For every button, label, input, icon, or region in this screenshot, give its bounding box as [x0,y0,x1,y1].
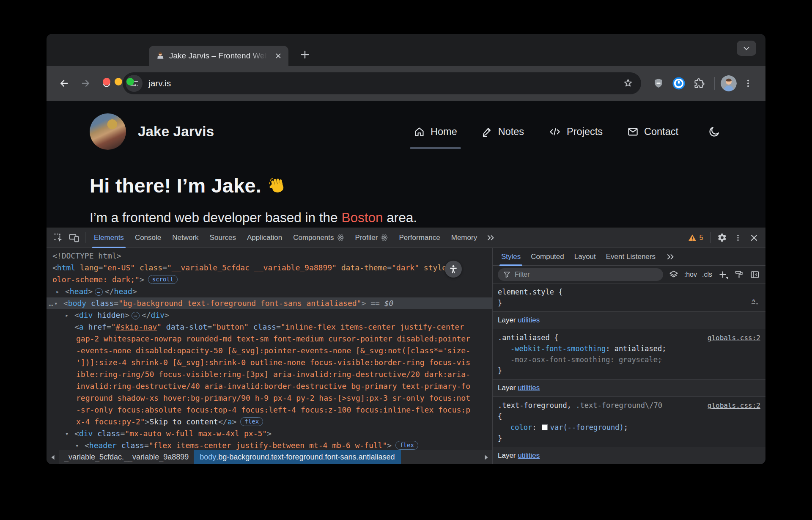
dom-tree-line[interactable]: <!DOCTYPE html> [47,250,492,262]
devtools-tab-performance[interactable]: Performance [393,228,445,248]
css-declaration[interactable]: -webkit-font-smoothing: antialiased; [498,343,760,354]
expand-triangle-icon[interactable]: ▸ [56,286,59,297]
layer-link[interactable]: utilities [518,384,540,392]
plus-new-rule-icon[interactable] [717,269,728,280]
close-window-button[interactable] [103,78,110,85]
accessibility-person-icon[interactable] [445,261,462,278]
styles-rules[interactable]: Aelement.style {}Layer utilitiesglobals.… [493,283,765,464]
puzzle-extensions-icon[interactable] [690,74,708,92]
devtools-tab-sources[interactable]: Sources [204,228,241,248]
nav-item-home[interactable]: Home [414,126,457,138]
css-declaration[interactable]: } [498,433,760,444]
dom-tree-line[interactable]: <html lang="en-US" class="__variable_5cf… [47,262,492,274]
nav-item-contact[interactable]: Contact [627,126,678,138]
scroll-badge[interactable]: scroll [148,275,178,284]
hov-toggle[interactable]: :hov [684,271,697,278]
dom-tree-line[interactable]: ▸<div hidden>…</div> [47,309,492,321]
bookmark-star-icon[interactable] [621,76,635,91]
new-tab-button[interactable] [298,47,312,62]
flex-badge[interactable]: flex [395,441,418,450]
devtools-tab-console[interactable]: Console [129,228,167,248]
nav-item-notes[interactable]: Notes [482,126,524,138]
css-declaration[interactable]: -moz-osx-font-smoothing: grayscale; [498,354,760,365]
stylesheet-link[interactable]: globals.css:2 [708,333,760,344]
dom-tree[interactable]: <!DOCTYPE html><html lang="en-US" class=… [47,248,492,450]
browser-tab[interactable]: Jake Jarvis – Frontend Web D [149,46,288,66]
css-rule[interactable]: globals.css:2.antialiased {-webkit-font-… [493,329,765,380]
close-icon[interactable] [746,231,762,245]
collapsed-content-badge[interactable]: … [95,288,103,296]
layers-icon[interactable] [668,269,679,280]
expand-triangle-icon[interactable]: ▸ [65,309,69,321]
collapse-triangle-icon[interactable]: ▾ [75,440,79,450]
dom-tree-line[interactable]: x-4 focus:py-2">Skip to content</a>flex [47,416,492,428]
collapse-triangle-icon[interactable]: ▾ [65,428,69,440]
more-tabs-icon[interactable] [661,248,680,266]
shield-adblock-icon[interactable] [650,74,667,92]
kebab-menu-icon[interactable] [739,74,757,92]
color-swatch[interactable] [542,424,548,430]
css-declaration[interactable]: } [498,297,760,308]
avatar[interactable] [90,113,126,150]
url-text[interactable]: jarv.is [148,78,615,88]
dom-tree-line[interactable]: ▾…<body class="bg-background text-foregr… [47,297,492,309]
profile-avatar[interactable] [721,75,737,91]
zoom-window-button[interactable] [126,78,134,85]
font-editor-icon[interactable]: A [749,297,760,309]
inspect-element-icon[interactable] [50,231,66,245]
css-rule[interactable]: Aelement.style {} [493,283,765,312]
paint-roller-icon[interactable] [733,269,744,280]
site-name[interactable]: Jake Jarvis [138,124,214,140]
devtools-tab-components[interactable]: Components [288,228,349,248]
device-toolbar-icon[interactable] [66,231,82,245]
flex-badge[interactable]: flex [240,417,263,426]
devtools-tab-application[interactable]: Application [241,228,288,248]
styles-filter-input[interactable]: Filter [498,268,663,281]
dom-tree-line[interactable]: ▾<header class="flex items-center justif… [47,440,492,450]
brand[interactable]: Jake Jarvis [90,113,214,150]
styles-tab-event-listeners[interactable]: Event Listeners [601,248,661,266]
breadcrumb-previous[interactable]: _variable_5cfdac.__variable_9a8899 [59,450,194,464]
css-declaration[interactable]: { [498,411,760,422]
devtools-tab-network[interactable]: Network [167,228,204,248]
nav-item-projects[interactable]: Projects [549,126,603,138]
gear-icon[interactable] [714,231,730,245]
layer-link[interactable]: utilities [518,451,540,459]
stylesheet-link[interactable]: globals.css:2 [708,400,760,411]
styles-tab-layout[interactable]: Layout [569,248,601,266]
moon-icon[interactable] [705,123,722,140]
dom-tree-line[interactable]: olor-scheme: dark;">scroll [47,274,492,286]
collapsed-content-badge[interactable]: … [132,312,140,319]
breadcrumb-forward-button[interactable] [480,450,492,464]
dom-tree-line[interactable]: ible:ring-ring/50 focus-visible:ring-[3p… [47,369,492,380]
address-bar[interactable]: jarv.is [123,72,641,94]
layer-link[interactable]: utilities [518,316,540,324]
warning-badge[interactable]: 5 [684,234,708,242]
dom-tree-line[interactable]: invalid:ring-destructive/40 aria-invalid… [47,380,492,392]
css-rule[interactable]: globals.css:2.text-foreground, .text-for… [493,397,765,447]
devtools-tab-profiler[interactable]: Profiler [350,228,394,248]
breadcrumb-selected[interactable]: body.bg-background.text-foreground.font-… [194,450,401,464]
dom-tree-line[interactable]: <a href="#skip-nav" data-slot="button" c… [47,321,492,333]
intro-boston-link[interactable]: Boston [341,210,383,225]
devtools-tab-elements[interactable]: Elements [88,228,129,248]
dock-sidebar-icon[interactable] [749,269,760,280]
dom-tree-line[interactable]: '])]:size-4 shrink-0 [&_svg]:shrink-0 ou… [47,357,492,369]
dom-tree-line[interactable]: gap-2 whitespace-nowrap rounded-md text-… [47,333,492,345]
dom-tree-line[interactable]: ▸<head>…</head> [47,286,492,297]
tab-close-icon[interactable] [273,51,283,61]
cls-toggle[interactable]: .cls [702,271,712,278]
kebab-menu-icon[interactable] [730,231,746,245]
css-declaration[interactable]: } [498,365,760,376]
css-declaration[interactable]: element.style { [498,286,760,297]
styles-tab-styles[interactable]: Styles [496,248,526,266]
more-actions-dots[interactable]: … [49,297,54,309]
styles-tab-computed[interactable]: Computed [526,248,569,266]
css-declaration[interactable]: color: var(--foreground); [498,422,760,433]
dom-tree-line[interactable]: reground shadow-xs hover:bg-primary/90 h… [47,392,492,404]
forward-button[interactable] [76,74,95,93]
minimize-window-button[interactable] [115,78,122,85]
dom-tree-line[interactable]: -events-none disabled:opacity-50 [&_svg]… [47,345,492,357]
dom-tree-line[interactable]: -sr-only focus:absolute focus:top-4 focu… [47,404,492,416]
onepassword-icon[interactable] [670,74,688,92]
